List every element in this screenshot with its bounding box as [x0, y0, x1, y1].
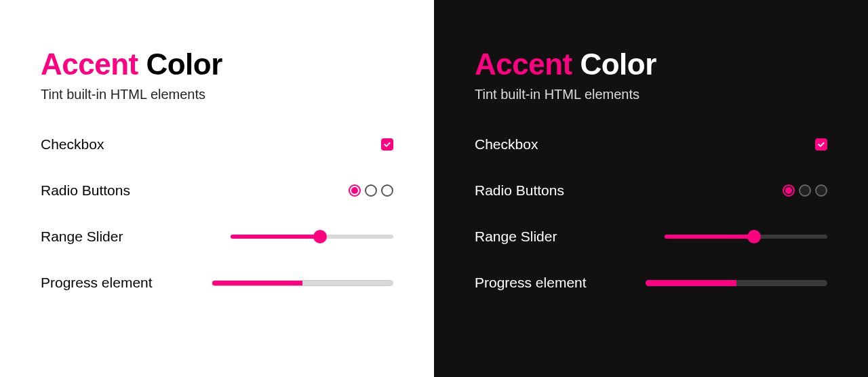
progress-bar — [212, 280, 393, 286]
radio-option-3[interactable] — [815, 184, 827, 197]
range-fill — [231, 235, 320, 239]
check-icon — [383, 140, 391, 148]
range-label: Range Slider — [41, 229, 123, 245]
title-rest-word: Color — [146, 47, 222, 81]
radio-option-2[interactable] — [799, 184, 811, 197]
checkbox-input[interactable] — [815, 138, 827, 151]
panel-light: Accent Color Tint built-in HTML elements… — [0, 0, 434, 377]
range-row: Range Slider — [41, 229, 393, 245]
title-rest-word: Color — [580, 47, 656, 81]
range-row: Range Slider — [475, 229, 827, 245]
range-fill — [665, 235, 754, 239]
checkbox-row: Checkbox — [475, 136, 827, 153]
progress-label: Progress element — [475, 275, 587, 291]
checkbox-label: Checkbox — [475, 136, 538, 153]
radio-row: Radio Buttons — [475, 182, 827, 199]
radio-option-3[interactable] — [381, 184, 393, 197]
panel-dark: Accent Color Tint built-in HTML elements… — [434, 0, 868, 377]
title-accent-word: Accent — [41, 47, 138, 81]
progress-bar — [646, 280, 827, 286]
radio-row: Radio Buttons — [41, 182, 393, 199]
subtitle: Tint built-in HTML elements — [475, 87, 827, 102]
check-icon — [817, 140, 825, 148]
range-thumb[interactable] — [747, 230, 761, 243]
page-title: Accent Color — [41, 47, 393, 81]
range-thumb[interactable] — [313, 230, 327, 243]
radio-option-1[interactable] — [349, 184, 361, 197]
radio-option-1[interactable] — [783, 184, 795, 197]
range-slider[interactable] — [231, 235, 393, 239]
progress-fill — [212, 281, 302, 285]
progress-row: Progress element — [475, 275, 827, 291]
radio-option-2[interactable] — [365, 184, 377, 197]
checkbox-row: Checkbox — [41, 136, 393, 153]
radio-label: Radio Buttons — [41, 182, 130, 199]
subtitle: Tint built-in HTML elements — [41, 87, 393, 102]
checkbox-label: Checkbox — [41, 136, 104, 153]
radio-label: Radio Buttons — [475, 182, 564, 199]
progress-row: Progress element — [41, 275, 393, 291]
page-title: Accent Color — [475, 47, 827, 81]
range-label: Range Slider — [475, 229, 557, 245]
checkbox-input[interactable] — [381, 138, 393, 151]
progress-fill — [646, 280, 736, 286]
range-slider[interactable] — [665, 235, 827, 239]
progress-label: Progress element — [41, 275, 153, 291]
title-accent-word: Accent — [475, 47, 572, 81]
